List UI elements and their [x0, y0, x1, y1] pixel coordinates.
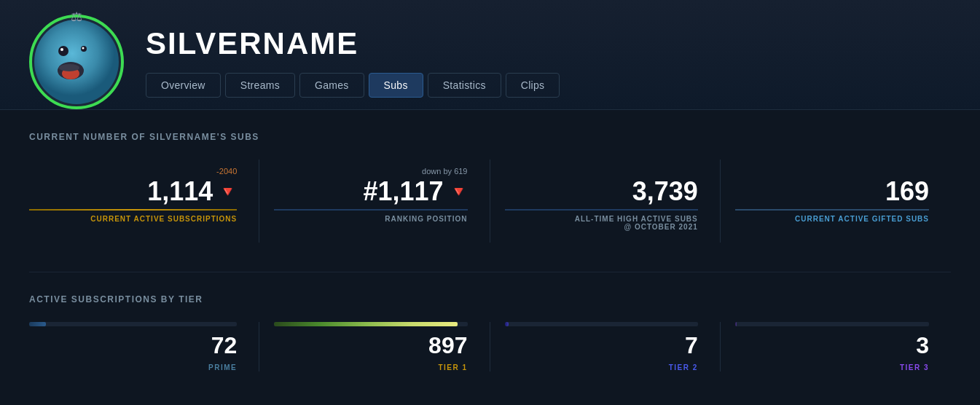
balance-icon: ⚖	[71, 9, 82, 25]
arrow-down-active: 🔻	[219, 184, 237, 199]
tier-2: 7 TIER 2	[490, 322, 721, 371]
stat-divider-active	[29, 209, 237, 211]
stats-row: -2040 1,114 🔻 CURRENT ACTIVE SUBSCRIPTIO…	[29, 160, 951, 243]
tier2-bar-container	[505, 322, 698, 326]
svg-point-0	[34, 20, 119, 104]
svg-point-2	[60, 48, 63, 51]
tier2-label: TIER 2	[505, 363, 698, 371]
svg-point-4	[82, 47, 85, 50]
tier-row: 72 PRIME 897 TIER 1 7 TIER 2 3 TIER 3	[29, 322, 951, 371]
stat-number-ranking: #1,117 🔻	[274, 178, 467, 205]
stat-number-alltime: 3,739	[505, 178, 698, 205]
header: ⚖	[0, 0, 980, 110]
stat-change-alltime	[505, 167, 698, 176]
active-subs-value: 1,114	[147, 178, 213, 205]
prime-label: PRIME	[29, 363, 237, 371]
stat-change-active: -2040	[29, 167, 237, 176]
tier2-number: 7	[505, 332, 698, 359]
tier-prime: 72 PRIME	[29, 322, 259, 371]
nav-tabs: Overview Streams Games Subs Statistics C…	[146, 73, 951, 98]
tier1-bar-fill	[274, 322, 458, 326]
ranking-value: #1,117	[363, 178, 443, 205]
svg-point-1	[58, 46, 68, 56]
stat-divider-alltime	[505, 209, 698, 211]
stat-label-gifted: CURRENT ACTIVE GIFTED SUBS	[735, 215, 929, 223]
avatar	[29, 15, 124, 109]
prime-bar-fill	[29, 322, 46, 326]
tab-streams[interactable]: Streams	[225, 73, 295, 98]
gifted-value: 169	[885, 178, 929, 205]
stat-gifted: 169 CURRENT ACTIVE GIFTED SUBS	[721, 160, 951, 243]
avatar-wrapper: ⚖	[29, 15, 124, 109]
tier-1: 897 TIER 1	[259, 322, 490, 371]
stat-change-gifted	[735, 167, 929, 176]
tier1-bar-container	[274, 322, 467, 326]
stat-label-active: CURRENT ACTIVE SUBSCRIPTIONS	[29, 215, 237, 223]
tier3-bar-container	[735, 322, 929, 326]
stat-alltime: 3,739 ALL-TIME HIGH ACTIVE SUBS@ OCTOBER…	[490, 160, 721, 243]
stat-number-gifted: 169	[735, 178, 929, 205]
stat-active-subs: -2040 1,114 🔻 CURRENT ACTIVE SUBSCRIPTIO…	[29, 160, 259, 243]
stat-label-alltime: ALL-TIME HIGH ACTIVE SUBS@ OCTOBER 2021	[505, 215, 698, 231]
tier-section-title: ACTIVE SUBSCRIPTIONS BY TIER	[29, 294, 951, 304]
tab-games[interactable]: Games	[299, 73, 364, 98]
tier3-label: TIER 3	[735, 363, 929, 371]
stat-change-ranking: down by 619	[274, 167, 467, 176]
tier1-number: 897	[274, 332, 467, 359]
stat-ranking: down by 619 #1,117 🔻 RANKING POSITION	[259, 160, 490, 243]
alltime-value: 3,739	[632, 178, 698, 205]
tab-statistics[interactable]: Statistics	[428, 73, 501, 98]
tier-3: 3 TIER 3	[721, 322, 951, 371]
prime-bar-container	[29, 322, 237, 326]
stat-number-active: 1,114 🔻	[29, 178, 237, 205]
stat-divider-gifted	[735, 209, 929, 211]
tab-clips[interactable]: Clips	[506, 73, 560, 98]
tier3-number: 3	[735, 332, 929, 359]
subs-section-title: CURRENT NUMBER OF SILVERNAME'S SUBS	[29, 132, 951, 142]
tab-subs[interactable]: Subs	[369, 73, 423, 98]
header-info: SILVERNAME Overview Streams Games Subs S…	[146, 26, 951, 98]
channel-name: SILVERNAME	[146, 26, 951, 61]
stat-label-ranking: RANKING POSITION	[274, 215, 467, 223]
section-divider	[29, 272, 951, 272]
main-content: CURRENT NUMBER OF SILVERNAME'S SUBS -204…	[0, 110, 980, 393]
tier3-bar-fill	[735, 322, 737, 326]
prime-number: 72	[29, 332, 237, 359]
avatar-svg	[33, 18, 120, 106]
tab-overview[interactable]: Overview	[146, 73, 221, 98]
stat-divider-ranking	[274, 209, 467, 211]
tier2-bar-fill	[505, 322, 509, 326]
tier1-label: TIER 1	[274, 363, 467, 371]
svg-point-7	[59, 64, 79, 71]
arrow-down-ranking: 🔻	[450, 184, 468, 199]
